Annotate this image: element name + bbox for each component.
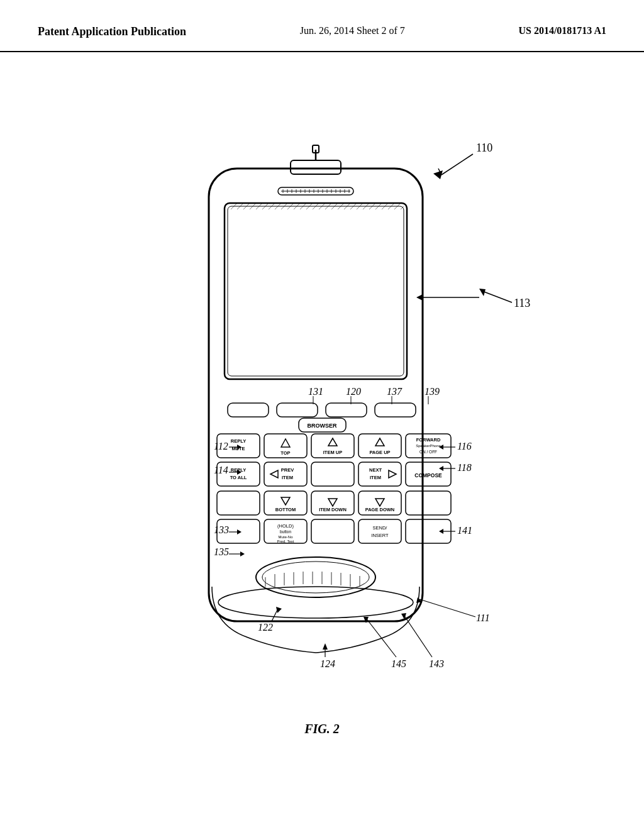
send-insert-line2: INSERT: [371, 533, 389, 538]
main-content: 110 113: [0, 52, 644, 736]
ref-143: 143: [429, 658, 444, 669]
ref-111: 111: [476, 612, 490, 623]
item-up-button-label: ITEM UP: [323, 450, 342, 455]
svg-marker-74: [375, 438, 384, 446]
ref-118: 118: [457, 462, 472, 473]
svg-rect-64: [277, 403, 318, 417]
svg-rect-83: [217, 491, 260, 515]
svg-rect-27: [225, 203, 407, 379]
svg-point-96: [256, 557, 375, 597]
svg-rect-6: [291, 160, 341, 174]
compose-button-label: COMPOSE: [414, 472, 442, 479]
ref-122: 122: [258, 622, 273, 633]
ref-145: 145: [391, 658, 406, 669]
ref-120-label: 120: [346, 386, 361, 397]
hold-button-line4: Pred. Text: [277, 540, 294, 543]
svg-marker-4: [479, 289, 486, 296]
svg-marker-126: [276, 607, 282, 613]
ref-112: 112: [214, 441, 228, 451]
reply-mute-line1: REPLY: [231, 438, 246, 444]
svg-line-0: [441, 154, 473, 175]
svg-rect-90: [406, 491, 451, 515]
svg-marker-85: [281, 497, 290, 505]
ref-110: 110: [476, 141, 492, 154]
next-item-line2: ITEM: [370, 475, 381, 480]
forward-button-line2: SpeakerPhone: [416, 444, 441, 448]
svg-point-109: [218, 587, 413, 618]
header-left: Patent Application Publication: [38, 25, 186, 38]
send-insert-line1: SEND/: [373, 525, 388, 531]
svg-marker-2: [433, 170, 443, 179]
diagram-container: 110 113: [102, 58, 542, 719]
svg-rect-65: [326, 403, 367, 417]
page-up-button-label: PAGE UP: [369, 450, 390, 455]
bottom-button-label: BOTTOM: [275, 507, 296, 512]
ref-141: 141: [457, 525, 472, 536]
svg-marker-58: [416, 294, 423, 301]
hold-button-line1: (HOLD): [277, 523, 294, 529]
svg-rect-66: [375, 403, 416, 417]
prev-item-line2: ITEM: [282, 475, 293, 480]
svg-line-131: [366, 618, 396, 657]
ref-124: 124: [320, 658, 335, 669]
ref-116: 116: [457, 441, 472, 451]
svg-marker-87: [328, 499, 337, 506]
browser-button-label: BROWSER: [308, 423, 338, 429]
svg-rect-63: [228, 403, 269, 417]
hold-button-line3: Mute-No: [278, 535, 293, 539]
item-down-button-label: ITEM DOWN: [319, 507, 347, 512]
svg-marker-72: [328, 438, 337, 446]
svg-marker-115: [237, 529, 242, 534]
svg-marker-78: [270, 470, 278, 478]
patent-header: Patent Application Publication Jun. 26, …: [0, 0, 644, 52]
svg-marker-70: [281, 439, 290, 447]
forward-button-line1: FORWARD: [416, 437, 441, 443]
svg-marker-124: [439, 529, 443, 534]
page-down-button-label: PAGE DOWN: [365, 507, 395, 512]
svg-marker-117: [240, 551, 245, 556]
svg-marker-130: [323, 643, 328, 650]
ref-113: 113: [514, 297, 530, 309]
reply-to-all-line2: TO ALL: [230, 475, 247, 480]
svg-rect-79: [311, 462, 354, 486]
svg-marker-89: [375, 499, 384, 506]
device-diagram: 110 113: [102, 58, 542, 719]
svg-line-127: [419, 599, 475, 617]
svg-rect-80: [358, 462, 401, 486]
prev-item-line1: PREV: [281, 467, 294, 473]
forward-button-line3: ON / OFF: [419, 450, 437, 454]
figure-label: FIG. 2: [304, 722, 340, 736]
header-center: Jun. 26, 2014 Sheet 2 of 7: [300, 25, 405, 36]
svg-rect-94: [358, 519, 401, 543]
svg-rect-28: [228, 206, 404, 376]
svg-line-3: [482, 291, 512, 302]
ref-139-label: 139: [425, 386, 440, 397]
svg-line-133: [404, 615, 432, 657]
svg-rect-93: [311, 519, 354, 543]
ref-114: 114: [214, 465, 228, 475]
header-right: US 2014/0181713 A1: [518, 25, 606, 36]
ref-135: 135: [214, 546, 229, 557]
next-item-line1: NEXT: [369, 467, 382, 473]
hold-button-line2: button: [280, 529, 291, 534]
svg-marker-122: [439, 466, 443, 471]
ref-137-label: 137: [387, 386, 402, 397]
ref-133: 133: [214, 524, 229, 535]
ref-131-label: 131: [308, 386, 323, 397]
top-button-label: TOP: [280, 450, 290, 456]
svg-marker-81: [389, 470, 396, 478]
